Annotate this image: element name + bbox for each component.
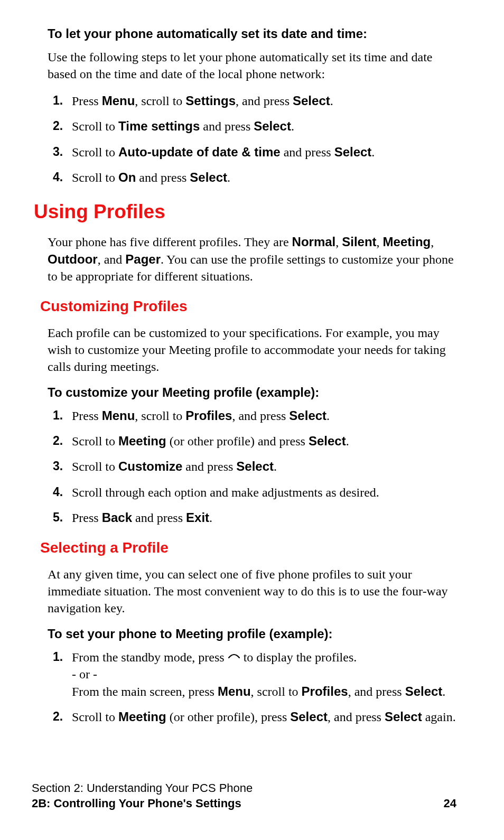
- footer-subsection: 2B: Controlling Your Phone's Settings: [32, 796, 241, 811]
- step-number: 2.: [53, 433, 63, 449]
- step-text: Scroll to Auto-update of date & time and…: [72, 145, 375, 159]
- selecting-intro: At any given time, you can select one of…: [48, 566, 456, 617]
- auto-date-intro: Use the following steps to let your phon…: [48, 49, 456, 83]
- customizing-profiles-heading: Customizing Profiles: [40, 298, 456, 315]
- step-text: Scroll to On and press Select.: [72, 171, 230, 184]
- customizing-steps: 1. Press Menu, scroll to Profiles, and p…: [53, 407, 456, 527]
- step-number: 5.: [53, 509, 63, 526]
- list-item: 1. Press Menu, scroll to Profiles, and p…: [53, 407, 456, 424]
- step-number: 1.: [53, 649, 63, 665]
- step-text: Scroll to Customize and press Select.: [72, 460, 277, 473]
- profiles-intro: Your phone has five different profiles. …: [48, 234, 456, 285]
- step-text: Scroll to Time settings and press Select…: [72, 119, 294, 133]
- customizing-intro: Each profile can be customized to your s…: [48, 324, 456, 376]
- step-text: Press Menu, scroll to Profiles, and pres…: [72, 409, 330, 423]
- step-text: Press Back and press Exit.: [72, 511, 212, 525]
- list-item: 3. Scroll to Customize and press Select.: [53, 458, 456, 475]
- list-item: 4. Scroll through each option and make a…: [53, 484, 456, 501]
- list-item: 1. From the standby mode, press to displ…: [53, 649, 456, 700]
- selecting-steps: 1. From the standby mode, press to displ…: [53, 649, 456, 726]
- list-item: 2. Scroll to Meeting (or other profile),…: [53, 708, 456, 725]
- list-item: 2. Scroll to Time settings and press Sel…: [53, 118, 456, 135]
- customizing-lead: To customize your Meeting profile (examp…: [48, 385, 456, 400]
- auto-date-heading: To let your phone automatically set its …: [48, 26, 456, 41]
- up-arc-icon: [228, 652, 240, 660]
- step-number: 2.: [53, 118, 63, 134]
- list-item: 4. Scroll to On and press Select.: [53, 169, 456, 186]
- list-item: 5. Press Back and press Exit.: [53, 509, 456, 526]
- step-number: 3.: [53, 144, 63, 160]
- step-text: Scroll to Meeting (or other profile), pr…: [72, 710, 456, 724]
- selecting-profile-heading: Selecting a Profile: [40, 539, 456, 556]
- document-page: To let your phone automatically set its …: [0, 0, 504, 840]
- step-text: Press Menu, scroll to Settings, and pres…: [72, 94, 333, 108]
- page-footer: Section 2: Understanding Your PCS Phone …: [32, 780, 456, 811]
- page-number: 24: [444, 796, 456, 811]
- step-text: From the standby mode, press to display …: [72, 650, 445, 698]
- step-number: 1.: [53, 92, 63, 109]
- list-item: 1. Press Menu, scroll to Settings, and p…: [53, 92, 456, 109]
- step-number: 2.: [53, 708, 63, 725]
- footer-section: Section 2: Understanding Your PCS Phone: [32, 780, 456, 796]
- step-number: 4.: [53, 484, 63, 500]
- list-item: 3. Scroll to Auto-update of date & time …: [53, 144, 456, 161]
- using-profiles-heading: Using Profiles: [34, 201, 456, 223]
- selecting-lead: To set your phone to Meeting profile (ex…: [48, 627, 456, 641]
- step-text: Scroll through each option and make adju…: [72, 486, 379, 499]
- step-text: Scroll to Meeting (or other profile) and…: [72, 434, 349, 448]
- step-number: 4.: [53, 169, 63, 185]
- step-number: 1.: [53, 407, 63, 424]
- list-item: 2. Scroll to Meeting (or other profile) …: [53, 433, 456, 450]
- step-number: 3.: [53, 458, 63, 474]
- auto-date-steps: 1. Press Menu, scroll to Settings, and p…: [53, 92, 456, 186]
